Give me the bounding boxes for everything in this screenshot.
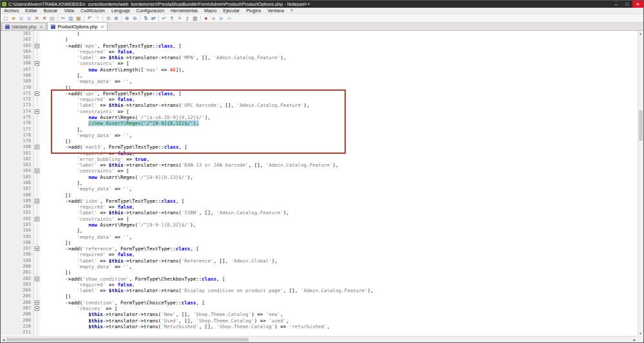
code-line-195[interactable]: 195 'empty_data' => '',	[1, 234, 638, 240]
code-line-211[interactable]: 211	[1, 329, 638, 335]
scroll-left-icon[interactable]: ◀	[1, 337, 6, 342]
code-line-198[interactable]: 198 'required' => false,	[1, 252, 638, 257]
fold-margin[interactable]	[34, 43, 41, 49]
code-line-177[interactable]: 177 ],	[1, 127, 638, 133]
code-line-210[interactable]: 210 $this->translator->trans('Refurbishe…	[1, 324, 638, 329]
code-line-168[interactable]: 168 ],	[1, 73, 638, 79]
horizontal-scrollbar[interactable]: ◀ ▶	[1, 336, 638, 342]
tab-validate-php[interactable]: Validate.php✕	[1, 23, 46, 30]
menu-item-ventana[interactable]: Ventana	[264, 8, 287, 14]
code-line-189[interactable]: 189 ->add('isbn', FormType\TextType::cla…	[1, 198, 638, 204]
code-line-197[interactable]: 197 ->add('reference', FormType\TextType…	[1, 246, 638, 252]
code-line-186[interactable]: 186 ],	[1, 180, 638, 186]
menu-item-editar[interactable]: Editar	[22, 8, 40, 14]
fold-margin[interactable]	[34, 144, 41, 150]
print-icon[interactable]: ▤	[48, 15, 56, 22]
code-line-161[interactable]: 161 )	[1, 31, 638, 37]
fold-collapse-icon[interactable]	[35, 109, 39, 114]
fold-collapse-icon[interactable]	[35, 306, 39, 311]
code-line-190[interactable]: 190 'required' => false,	[1, 204, 638, 210]
fold-collapse-icon[interactable]	[35, 169, 39, 173]
menu-item-archivo[interactable]: Archivo	[1, 8, 22, 14]
word-wrap-icon[interactable]: ↵	[160, 15, 168, 22]
fold-collapse-icon[interactable]	[35, 199, 39, 203]
minimize-button[interactable]: –	[611, 1, 621, 8]
code-area[interactable]: 161 )162 )163 ->add('mpn', FormType\Text…	[1, 31, 638, 335]
code-line-180[interactable]: 180 ->add('ean13', FormType\TextType::cl…	[1, 144, 638, 150]
fold-collapse-icon[interactable]	[35, 91, 39, 96]
close-all-icon[interactable]: ✕	[41, 15, 48, 22]
close-file-icon[interactable]: ✕	[33, 15, 41, 22]
undo-icon[interactable]: ↶	[86, 15, 93, 22]
menu-item-plugins[interactable]: Plugins	[243, 8, 264, 14]
sync-vertical-icon[interactable]: ⇅	[142, 15, 149, 22]
menu-item-buscar[interactable]: Buscar	[41, 8, 61, 14]
code-line-167[interactable]: 167 new Assert\Length(['max' => 40]),	[1, 67, 638, 73]
menu-item-vista[interactable]: Vista	[61, 8, 77, 14]
scroll-right-icon[interactable]: ▶	[632, 337, 638, 342]
open-file-icon[interactable]: ▰	[10, 15, 17, 22]
fold-margin[interactable]	[34, 109, 41, 115]
fold-margin[interactable]	[34, 198, 41, 204]
record-macro-icon[interactable]: ●	[202, 15, 210, 22]
code-line-187[interactable]: 187 'empty_data' => '',	[1, 186, 638, 192]
code-line-173[interactable]: 173 'label' => $this->translator->trans(…	[1, 102, 638, 108]
sync-horizontal-icon[interactable]: ⇄	[149, 15, 157, 22]
code-line-175[interactable]: 175 new Assert\Regex('/^[a-zA-Z0-9]{0,12…	[1, 115, 638, 120]
code-line-184[interactable]: 184 'constraints' => [	[1, 168, 638, 174]
code-line-185[interactable]: 185 new Assert\Regex('/^[0-9]{0,13}$/'),	[1, 174, 638, 180]
code-line-182[interactable]: 182 'error_bubbling' => true,	[1, 156, 638, 162]
code-line-171[interactable]: 171 ->add('upc', FormType\TextType::clas…	[1, 91, 638, 97]
menu-item-help[interactable]: ?	[287, 8, 296, 14]
code-line-193[interactable]: 193 new Assert\Regex('/^[0-9-]{0,32}$/')…	[1, 222, 638, 228]
vertical-scrollbar[interactable]: ▲ ▼	[638, 31, 643, 336]
zoom-out-icon[interactable]: ⊖	[131, 15, 138, 22]
menu-item-lenguaje[interactable]: Lenguaje	[108, 8, 133, 14]
code-line-179[interactable]: 179 ])	[1, 138, 638, 144]
fold-collapse-icon[interactable]	[35, 44, 39, 48]
indent-guide-icon[interactable]: ≡	[176, 15, 184, 22]
new-file-icon[interactable]: ▢	[2, 15, 10, 22]
fold-margin[interactable]	[34, 60, 41, 66]
code-line-192[interactable]: 192 'constraints' => [	[1, 216, 638, 222]
code-line-205[interactable]: 205 ])	[1, 293, 638, 299]
find-icon[interactable]: ⊙	[104, 15, 112, 22]
fold-margin[interactable]	[34, 276, 41, 282]
code-line-178[interactable]: 178 'empty_data' => '',	[1, 133, 638, 138]
tab-close-icon[interactable]: ✕	[100, 24, 104, 29]
horizontal-scroll-thumb[interactable]	[6, 338, 249, 342]
close-button[interactable]: ✕	[632, 1, 643, 8]
code-line-183[interactable]: 183 'label' => $this->translator->trans(…	[1, 162, 638, 168]
fold-margin[interactable]	[34, 300, 41, 306]
maximize-button[interactable]: □	[621, 1, 632, 8]
fold-margin[interactable]	[34, 246, 41, 252]
fold-collapse-icon[interactable]	[35, 277, 39, 281]
code-line-203[interactable]: 203 'required' => false,	[1, 282, 638, 288]
menu-item-ejecutar[interactable]: Ejecutar	[220, 8, 243, 14]
code-line-163[interactable]: 163 ->add('mpn', FormType\TextType::clas…	[1, 43, 638, 49]
fold-collapse-icon[interactable]	[35, 301, 39, 305]
code-line-166[interactable]: 166 'constraints' => [	[1, 60, 638, 66]
scroll-up-icon[interactable]: ▲	[638, 31, 643, 36]
zoom-in-icon[interactable]: ⊕	[123, 15, 131, 22]
code-line-201[interactable]: 201 ])	[1, 270, 638, 275]
fold-collapse-icon[interactable]	[35, 246, 39, 251]
code-line-169[interactable]: 169 'empty_data' => '',	[1, 79, 638, 84]
menu-item-configuraci-n[interactable]: Configuración	[133, 8, 167, 14]
code-line-165[interactable]: 165 'label' => $this->translator->trans(…	[1, 55, 638, 60]
code-line-188[interactable]: 188 ])	[1, 192, 638, 198]
menu-item-macro[interactable]: Macro	[201, 8, 220, 14]
code-line-199[interactable]: 199 'label' => $this->translator->trans(…	[1, 258, 638, 264]
menu-item-herramientas[interactable]: Herramientas	[167, 8, 201, 14]
code-line-206[interactable]: 206 ->add('condition', FormType\ChoiceTy…	[1, 300, 638, 306]
code-line-196[interactable]: 196 ])	[1, 240, 638, 246]
code-line-174[interactable]: 174 'constraints' => [	[1, 109, 638, 115]
code-line-202[interactable]: 202 ->add('show_condition', FormType\Che…	[1, 276, 638, 282]
replace-icon[interactable]: ⊛	[112, 15, 120, 22]
code-line-172[interactable]: 172 'required' => false,	[1, 97, 638, 102]
code-line-207[interactable]: 207 'choices' => [	[1, 306, 638, 311]
fold-collapse-icon[interactable]	[35, 145, 39, 149]
code-line-208[interactable]: 208 $this->translator->trans('New', [], …	[1, 311, 638, 317]
code-line-164[interactable]: 164 'required' => false,	[1, 49, 638, 55]
code-line-194[interactable]: 194 ],	[1, 228, 638, 234]
